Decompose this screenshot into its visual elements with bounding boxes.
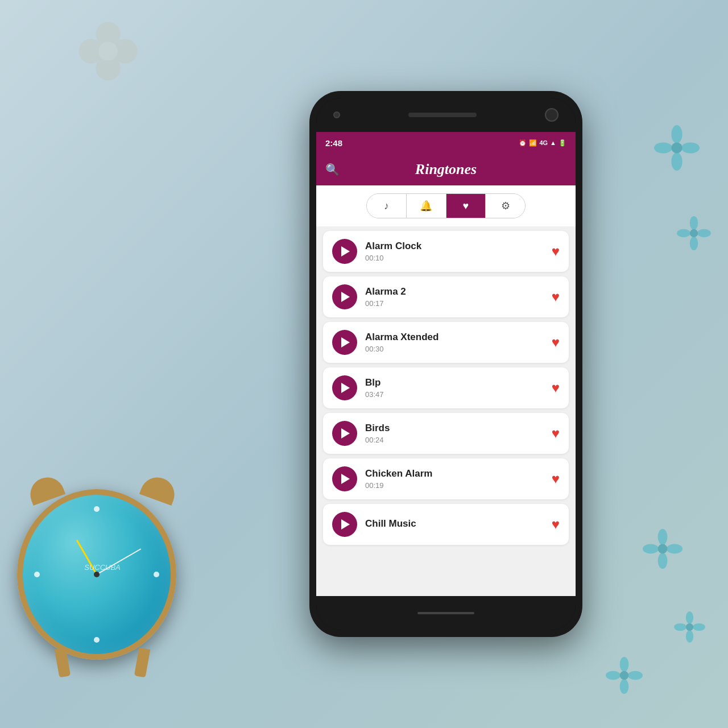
track-duration-3: 00:30 — [365, 345, 544, 353]
svg-point-19 — [658, 544, 668, 554]
network-type: 4G — [539, 139, 548, 146]
track-info-6: Chicken Alarm 00:19 — [365, 468, 544, 490]
ringtone-item: Chill Music ♥ — [323, 504, 569, 545]
track-name-5: Birds — [365, 423, 544, 434]
ringtone-list: Alarm Clock 00:10 ♥ Alarma 2 00:17 — [316, 226, 576, 596]
svg-point-20 — [686, 611, 693, 624]
play-button-6[interactable] — [332, 466, 357, 491]
svg-point-29 — [620, 671, 629, 680]
decorative-flower-right4 — [674, 611, 705, 643]
track-duration-1: 00:10 — [365, 254, 544, 262]
app-title: Ringtones — [415, 161, 477, 178]
svg-point-6 — [681, 142, 700, 153]
play-button-3[interactable] — [332, 330, 357, 355]
favorite-heart-3[interactable]: ♥ — [552, 334, 560, 350]
svg-point-27 — [620, 679, 629, 694]
phone-screen: 2:48 ⏰ 📶 4G ▲ 🔋 🔍 Ringtones — [316, 132, 576, 596]
svg-point-9 — [671, 142, 682, 153]
battery-icon: 🔋 — [559, 139, 566, 147]
favorite-heart-1[interactable]: ♥ — [552, 243, 560, 259]
track-name-6: Chicken Alarm — [365, 468, 544, 479]
tab-music[interactable]: ♪ — [367, 194, 407, 218]
svg-point-25 — [620, 657, 629, 672]
svg-point-8 — [654, 142, 672, 153]
phone-inner: 2:48 ⏰ 📶 4G ▲ 🔋 🔍 Ringtones — [316, 98, 576, 630]
track-info-2: Alarma 2 00:17 — [365, 286, 544, 308]
ringtone-item: Alarma 2 00:17 ♥ — [323, 276, 569, 317]
track-info-7: Chill Music — [365, 518, 544, 531]
play-button-7[interactable] — [332, 512, 357, 537]
decorative-flower-right1 — [654, 125, 700, 171]
play-button-2[interactable] — [332, 284, 357, 309]
status-icons: ⏰ 📶 4G ▲ 🔋 — [519, 139, 566, 147]
clock-decoration: SUCCUBA — [11, 444, 193, 682]
svg-point-7 — [671, 152, 682, 171]
tab-alarm[interactable]: 🔔 — [407, 194, 446, 218]
track-name-1: Alarm Clock — [365, 241, 544, 252]
signal-icon: 📶 — [529, 139, 537, 147]
svg-point-28 — [606, 671, 621, 680]
track-info-3: Alarma Xtended 00:30 — [365, 332, 544, 353]
favorite-heart-7[interactable]: ♥ — [552, 516, 560, 532]
home-indicator — [417, 612, 474, 614]
svg-point-24 — [686, 623, 693, 631]
play-icon-7 — [341, 519, 350, 530]
phone-outer-shell: 2:48 ⏰ 📶 4G ▲ 🔋 🔍 Ringtones — [309, 91, 582, 637]
track-info-5: Birds 00:24 — [365, 423, 544, 444]
svg-point-5 — [671, 125, 682, 143]
speaker-grille — [408, 113, 477, 117]
phone-bottom-bar — [316, 596, 576, 630]
decorative-flower-topleft — [74, 17, 142, 85]
track-duration-2: 00:17 — [365, 299, 544, 308]
track-info-1: Alarm Clock 00:10 — [365, 241, 544, 262]
svg-point-11 — [697, 229, 711, 237]
track-duration-5: 00:24 — [365, 436, 544, 444]
status-time: 2:48 — [325, 138, 342, 148]
svg-point-15 — [658, 529, 668, 545]
tab-bar: ♪ 🔔 ♥ ⚙ — [316, 185, 576, 226]
tab-container: ♪ 🔔 ♥ ⚙ — [366, 193, 526, 218]
alarm-status-icon: ⏰ — [519, 139, 527, 147]
phone-top-bar — [316, 98, 576, 132]
track-duration-6: 00:19 — [365, 481, 544, 490]
ringtone-item: Alarm Clock 00:10 ♥ — [323, 231, 569, 272]
ringtone-item: Birds 00:24 ♥ — [323, 413, 569, 454]
wifi-icon: ▲ — [550, 139, 556, 146]
tab-favorites[interactable]: ♥ — [446, 194, 486, 218]
play-icon-6 — [341, 474, 350, 484]
svg-point-21 — [693, 623, 705, 631]
svg-point-26 — [628, 671, 643, 680]
favorite-heart-6[interactable]: ♥ — [552, 471, 560, 487]
track-duration-4: 03:47 — [365, 390, 544, 399]
decorative-flower-right3 — [643, 529, 682, 569]
favorite-heart-5[interactable]: ♥ — [552, 425, 560, 441]
play-button-5[interactable] — [332, 421, 357, 446]
status-bar: 2:48 ⏰ 📶 4G ▲ 🔋 — [316, 132, 576, 154]
ringtone-item: Chicken Alarm 00:19 ♥ — [323, 458, 569, 499]
play-icon-5 — [341, 428, 350, 439]
search-icon[interactable]: 🔍 — [325, 163, 340, 176]
favorite-heart-2[interactable]: ♥ — [552, 289, 560, 305]
play-icon-3 — [341, 337, 350, 348]
tab-settings[interactable]: ⚙ — [486, 194, 525, 218]
svg-point-12 — [690, 237, 698, 250]
decorative-flower-right2 — [677, 216, 711, 250]
track-name-4: Blp — [365, 377, 544, 388]
track-name-7: Chill Music — [365, 518, 544, 530]
play-icon-4 — [341, 383, 350, 393]
play-button-4[interactable] — [332, 375, 357, 400]
play-button-1[interactable] — [332, 239, 357, 264]
favorite-heart-4[interactable]: ♥ — [552, 380, 560, 396]
track-name-2: Alarma 2 — [365, 286, 544, 297]
ringtone-item: Blp 03:47 ♥ — [323, 367, 569, 408]
svg-point-16 — [667, 544, 682, 554]
app-header: 🔍 Ringtones — [316, 154, 576, 185]
svg-point-13 — [677, 229, 690, 237]
track-name-3: Alarma Xtended — [365, 332, 544, 343]
play-icon-1 — [341, 246, 350, 257]
camera-dot — [333, 111, 340, 118]
svg-point-10 — [690, 216, 698, 230]
svg-point-14 — [690, 229, 698, 237]
svg-point-23 — [674, 623, 686, 631]
svg-point-22 — [686, 630, 693, 643]
